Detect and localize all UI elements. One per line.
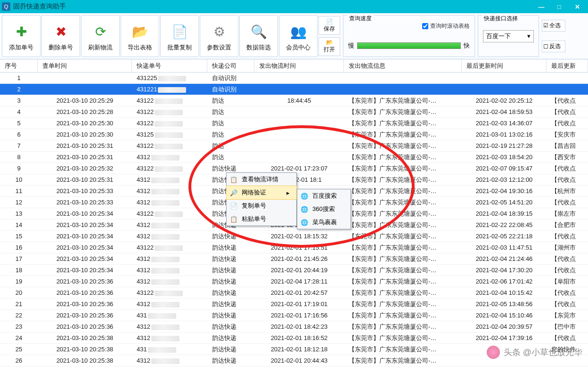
- ctx-item[interactable]: 📋粘贴单号: [227, 212, 296, 226]
- speed-slider[interactable]: [357, 42, 461, 49]
- column-header[interactable]: 快递公司: [207, 59, 254, 72]
- cell-info: 【东莞市】广东东莞塘厦公司-…: [344, 357, 462, 365]
- column-header[interactable]: 快递单号: [132, 59, 207, 72]
- cell-qtime: 2021-03-10 20:25:36: [38, 312, 132, 319]
- tool-会员中心[interactable]: 👥会员中心: [279, 15, 318, 57]
- cell-info: 【东莞市】广东东莞塘厦公司-…: [344, 187, 462, 195]
- table-row[interactable]: 62021-03-10 20:25:3043125韵达【东莞市】广东东莞塘厦公司…: [0, 129, 588, 140]
- cell-seq: 2: [0, 86, 38, 93]
- cell-upd: 2021-02-04 10:15:42: [462, 289, 547, 296]
- table-row[interactable]: 242021-03-10 20:25:384312韵达快递2021-02-01 …: [0, 332, 588, 344]
- cell-num: 4312: [132, 199, 207, 206]
- table-row[interactable]: 52021-03-10 20:25:3043122韵达【东莞市】广东东莞塘厦公司…: [0, 118, 588, 129]
- cell-seq: 3: [0, 97, 38, 104]
- cell-info: 【东莞市】广东东莞塘厦公司-…: [344, 198, 462, 207]
- cell-send: 2021-02-01 17:16:56: [254, 312, 344, 319]
- tool-label: 会员中心: [286, 43, 310, 52]
- cell-seq: 16: [0, 244, 38, 251]
- cell-qtime: 2021-03-10 20:25:34: [38, 267, 132, 274]
- cell-loc: 【代收点: [547, 255, 588, 263]
- table-row[interactable]: 202021-03-10 20:25:3643122韵达快递2021-02-01…: [0, 287, 588, 299]
- cell-send: 2021-02-04 17:28:11: [254, 278, 344, 285]
- ctx-item[interactable]: 📄复制单号: [227, 199, 296, 212]
- chevron-down-icon: ▾: [527, 32, 531, 40]
- table-row[interactable]: 212021-03-10 20:25:364312韵达快递2021-02-01 …: [0, 299, 588, 310]
- close-button[interactable]: ✕: [568, 1, 586, 12]
- tool-数据筛选[interactable]: 🔍数据筛选: [239, 15, 278, 57]
- cell-info: 【东莞市】广东东莞塘厦公司-…: [344, 289, 462, 297]
- column-header[interactable]: 序号: [0, 59, 38, 72]
- ctx-item[interactable]: 🌐360搜索: [297, 203, 351, 216]
- speed-legend: 查询速度: [347, 15, 374, 23]
- table-row[interactable]: 72021-03-10 20:25:3143122韵达【东莞市】广东东莞塘厦公司…: [0, 140, 588, 152]
- column-header[interactable]: 最后更新时间: [462, 59, 547, 72]
- table-row[interactable]: 42021-03-10 20:25:2843122韵达【东莞市】广东东莞塘厦公司…: [0, 106, 588, 118]
- cell-upd: 2021-02-04 17:39:16: [462, 334, 547, 341]
- column-header[interactable]: 最后更新: [547, 59, 588, 72]
- ctx-item[interactable]: 🌐菜鸟裹裹: [297, 216, 351, 229]
- column-header[interactable]: 查单时间: [38, 59, 132, 72]
- cell-info: 【东莞市】广东东莞塘厦公司-…: [344, 97, 462, 105]
- cell-qtime: 2021-03-10 20:25:32: [38, 165, 132, 172]
- tool-添加单号[interactable]: ✚添加单号: [2, 15, 41, 57]
- iface-select[interactable]: 百度一下▾: [483, 30, 534, 42]
- cell-company: 韵达: [207, 142, 254, 150]
- cell-num: 4312: [132, 323, 207, 330]
- cell-qtime: 2021-03-10 20:25:34: [38, 233, 132, 240]
- context-submenu[interactable]: 🌐百度搜索🌐360搜索🌐菜鸟裹裹: [297, 189, 351, 229]
- minimize-button[interactable]: —: [532, 1, 550, 12]
- ctx-item[interactable]: 🌐百度搜索: [297, 189, 351, 203]
- cell-info: 【东莞市】广东东莞塘厦公司-…: [344, 255, 462, 263]
- tool-删除单号[interactable]: ✖删除单号: [41, 15, 80, 57]
- cell-send: 2021-02-01 18:12:18: [254, 346, 344, 353]
- ctx-item[interactable]: 🔎网络验证▸: [226, 186, 297, 200]
- ctx-item[interactable]: 📋查看物流详情: [227, 173, 296, 186]
- cell-num: 43122: [132, 120, 207, 127]
- open-button[interactable]: 📂打开: [318, 37, 340, 56]
- context-menu[interactable]: 📋查看物流详情🔎网络验证▸📄复制单号📋粘贴单号: [226, 172, 297, 226]
- cell-seq: 6: [0, 131, 38, 138]
- table-row[interactable]: 82021-03-10 20:25:314312韵达【东莞市】广东东莞塘厦公司-…: [0, 152, 588, 163]
- cell-num: 4312: [132, 300, 207, 308]
- invert-select-button[interactable]: ☐反选: [542, 41, 565, 52]
- maximize-button[interactable]: □: [550, 1, 568, 12]
- cell-qtime: 2021-03-10 20:25:29: [38, 97, 132, 104]
- table-row[interactable]: 32021-03-10 20:25:2943122韵达18:44:45【东莞市】…: [0, 95, 588, 106]
- cell-seq: 5: [0, 120, 38, 127]
- table-row[interactable]: 162021-03-10 20:25:3443122韵达快递2021-02-01…: [0, 242, 588, 253]
- table-row[interactable]: 232021-03-10 20:25:364312韵达快递2021-02-01 …: [0, 321, 588, 332]
- cell-seq: 25: [0, 346, 38, 353]
- scroll-checkbox[interactable]: [422, 23, 428, 29]
- table-row[interactable]: 182021-03-10 20:25:344312韵达快递2021-02-01 …: [0, 265, 588, 276]
- cell-qtime: 2021-03-10 20:25:38: [38, 346, 132, 353]
- cell-company: 自动识别: [207, 74, 254, 82]
- cell-qtime: 2021-03-10 20:25:38: [38, 357, 132, 364]
- cell-num: 4312: [132, 221, 207, 228]
- cell-info: 【东莞市】广东东莞塘厦公司-…: [344, 142, 462, 150]
- cell-qtime: 2021-03-10 20:25:33: [38, 199, 132, 206]
- table-row[interactable]: 222021-03-10 20:25:36431韵达快递2021-02-01 1…: [0, 310, 588, 321]
- table-row[interactable]: 192021-03-10 20:25:364312韵达快递2021-02-04 …: [0, 276, 588, 287]
- table-row[interactable]: 172021-03-10 20:25:344312韵达快递2021-02-01 …: [0, 253, 588, 265]
- table-row[interactable]: 1431225自动识别: [0, 73, 588, 84]
- ctx-label: 复制单号: [242, 202, 266, 210]
- grid-body[interactable]: 1431225自动识别2431221自动识别32021-03-10 20:25:…: [0, 73, 588, 373]
- scroll-label: 查询时滚动表格: [430, 22, 470, 30]
- tool-参数设置[interactable]: ⚙参数设置: [200, 15, 238, 57]
- tool-导出表格[interactable]: 📂导出表格: [121, 15, 159, 57]
- cell-info: 【东莞市】广东东莞塘厦公司-…: [344, 345, 462, 354]
- ctx-label: 网络验证: [242, 188, 266, 197]
- column-header[interactable]: 发出物流信息: [344, 59, 462, 72]
- cell-company: 韵达: [207, 130, 254, 139]
- cell-qtime: 2021-03-10 20:25:30: [38, 120, 132, 127]
- table-row[interactable]: 152021-03-10 20:25:344312韵达快递2021-02-01 …: [0, 231, 588, 242]
- table-row[interactable]: 2431221自动识别: [0, 84, 588, 95]
- tool-刷新物流[interactable]: ⟳刷新物流: [81, 15, 120, 57]
- save-button[interactable]: 📄保存: [318, 16, 340, 35]
- cell-qtime: 2021-03-10 20:25:34: [38, 210, 132, 217]
- tool-批量复制[interactable]: 📄批量复制: [160, 15, 199, 57]
- column-header[interactable]: 发出物流时间: [254, 59, 344, 72]
- cell-num: 43122: [132, 97, 207, 104]
- select-all-button[interactable]: ☑全选: [542, 20, 565, 32]
- cell-company: 韵达快递: [207, 334, 254, 342]
